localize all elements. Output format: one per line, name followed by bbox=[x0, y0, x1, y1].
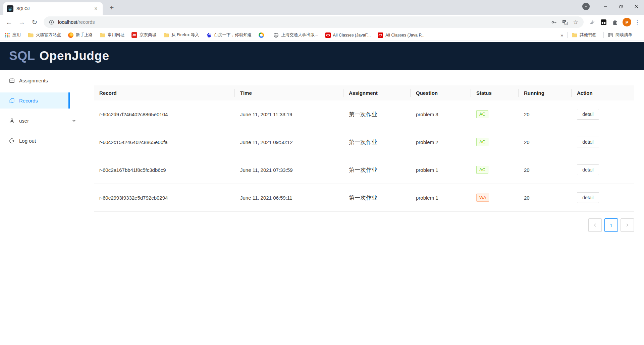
bookmark-label: 常用网址 bbox=[108, 32, 124, 38]
back-icon[interactable]: ← bbox=[3, 16, 15, 28]
column-header-question: Question bbox=[411, 85, 471, 100]
table-row: r-60c2d97f246402c8865e0104June 11, 2021 … bbox=[94, 100, 634, 128]
record-status: AC bbox=[471, 138, 519, 146]
bookmark-label: All Classes (Java P... bbox=[385, 33, 424, 38]
new-tab-button[interactable]: + bbox=[107, 3, 117, 12]
record-running: 20 bbox=[519, 112, 572, 117]
record-assignment: 第一次作业 bbox=[343, 194, 411, 202]
column-header-running: Running bbox=[519, 85, 572, 100]
records-icon bbox=[9, 98, 15, 104]
column-header-time: Time bbox=[235, 85, 343, 100]
record-running: 20 bbox=[519, 167, 572, 173]
tab-close-icon[interactable]: × bbox=[93, 5, 99, 12]
record-question: problem 1 bbox=[411, 167, 471, 173]
globe-icon bbox=[273, 32, 279, 38]
url-text: localhost/records bbox=[58, 19, 546, 25]
bookmark-item[interactable]: JD京东商城 bbox=[131, 31, 156, 39]
divider bbox=[603, 32, 604, 38]
forward-icon[interactable]: → bbox=[16, 16, 28, 28]
bookmark-label: 百度一下，你就知道 bbox=[214, 32, 252, 38]
page-info-icon[interactable] bbox=[49, 20, 54, 25]
bookmark-label: 新手上路 bbox=[76, 32, 93, 38]
colorful-circle-icon bbox=[259, 32, 264, 38]
browser-tab[interactable]: SQLOJ × bbox=[3, 2, 103, 15]
browser-menu-icon[interactable]: ⋮ bbox=[633, 19, 641, 25]
record-question: problem 2 bbox=[411, 139, 471, 145]
chevron-down-icon bbox=[72, 118, 76, 124]
window-close-button[interactable] bbox=[629, 0, 644, 12]
bookmark-item[interactable]: 火狐官方站点 bbox=[28, 31, 61, 39]
chrome-update-icon[interactable] bbox=[582, 3, 590, 10]
record-assignment: 第一次作业 bbox=[343, 166, 411, 174]
record-status: AC bbox=[471, 110, 519, 118]
pagination-page-1[interactable]: 1 bbox=[604, 218, 618, 232]
logo-openjudge: OpenJudge bbox=[40, 49, 109, 63]
record-action: detail bbox=[572, 164, 634, 175]
oracle-icon bbox=[325, 32, 331, 38]
column-header-assignment: Assignment bbox=[343, 85, 411, 100]
bookmark-label: 其他书签 bbox=[580, 32, 596, 38]
bookmark-label: 上海交通大学出版... bbox=[281, 32, 318, 38]
detail-button[interactable]: detail bbox=[577, 164, 599, 175]
window-restore-button[interactable] bbox=[613, 0, 629, 12]
bookmarks-bar: 应用火狐官方站点新手上路常用网址JD京东商城从 Firefox 导入百度一下，你… bbox=[0, 29, 644, 41]
translate-icon[interactable]: G 文 bbox=[562, 19, 568, 25]
bookmark-label: 从 Firefox 导入 bbox=[171, 32, 199, 38]
detail-button[interactable]: detail bbox=[577, 137, 599, 147]
record-question: problem 1 bbox=[411, 195, 471, 201]
table-row: r-60c2a167bb41f8c5fc3db6c9June 11, 2021 … bbox=[94, 156, 634, 184]
svg-text:文: 文 bbox=[565, 22, 567, 24]
bookmark-item[interactable]: 应用 bbox=[5, 31, 21, 39]
bookmark-item[interactable]: All Classes (JavaF... bbox=[325, 31, 371, 39]
bookmark-label: 京东商城 bbox=[140, 32, 156, 38]
detail-button[interactable]: detail bbox=[577, 109, 599, 120]
apps-grid-icon bbox=[5, 32, 10, 38]
pagination-next-button[interactable] bbox=[621, 218, 634, 232]
bookmark-item-reading-list[interactable]: 阅读清单 bbox=[608, 31, 632, 39]
detail-button[interactable]: detail bbox=[577, 192, 599, 203]
bookmark-item[interactable]: 从 Firefox 导入 bbox=[163, 31, 199, 39]
extensions-puzzle-icon[interactable] bbox=[610, 17, 620, 27]
record-status: AC bbox=[471, 166, 519, 174]
bookmark-star-icon[interactable]: ☆ bbox=[573, 19, 578, 26]
record-time: June 11, 2021 11:33:19 bbox=[235, 112, 343, 117]
sidebar-item-user[interactable]: user bbox=[0, 113, 70, 129]
firefox-icon bbox=[68, 32, 73, 38]
window-minimize-button[interactable] bbox=[598, 0, 613, 12]
record-time: June 11, 2021 09:50:12 bbox=[235, 139, 343, 145]
table-row: r-60c2993f9332e5d792cb0294June 11, 2021 … bbox=[94, 184, 634, 212]
reading-list-icon bbox=[608, 32, 613, 38]
sidebar-item-log-out[interactable]: Log out bbox=[0, 133, 70, 149]
tab-strip: SQLOJ × + bbox=[0, 0, 644, 15]
bookmark-item[interactable]: 上海交通大学出版... bbox=[273, 31, 318, 39]
sidebar-item-records[interactable]: Records bbox=[0, 92, 70, 109]
table-header-row: RecordTimeAssignmentQuestionStatusRunnin… bbox=[94, 85, 634, 100]
pagination-prev-button[interactable] bbox=[588, 218, 602, 232]
bookmark-item[interactable]: 新手上路 bbox=[68, 31, 93, 39]
profile-avatar[interactable]: P bbox=[623, 18, 631, 26]
bookmarks-overflow-icon[interactable]: » bbox=[560, 32, 563, 38]
key-icon[interactable] bbox=[551, 19, 557, 25]
reload-icon[interactable]: ↻ bbox=[29, 16, 40, 28]
table-row: r-60c2c154246402c8865e00faJune 11, 2021 … bbox=[94, 128, 634, 156]
extension-bird-icon[interactable] bbox=[587, 17, 597, 27]
app-logo: SQLOpenJudge bbox=[9, 49, 109, 63]
react-favicon-icon bbox=[7, 5, 13, 12]
bookmark-item[interactable]: 常用网址 bbox=[100, 31, 124, 39]
oracle-icon bbox=[378, 32, 383, 38]
bookmark-item[interactable]: All Classes (Java P... bbox=[378, 31, 424, 39]
record-action: detail bbox=[572, 137, 634, 147]
bookmark-item[interactable]: 百度一下，你就知道 bbox=[206, 31, 252, 39]
table-body: r-60c2d97f246402c8865e0104June 11, 2021 … bbox=[94, 100, 634, 212]
sidebar-item-assignments[interactable]: Assignments bbox=[0, 72, 70, 88]
bookmark-item[interactable] bbox=[259, 31, 266, 39]
extension-dark-icon[interactable] bbox=[598, 17, 608, 27]
status-badge: AC bbox=[476, 138, 488, 146]
browser-chrome: SQLOJ × + ← → ↻ bbox=[0, 0, 644, 41]
record-action: detail bbox=[572, 109, 634, 120]
column-header-status: Status bbox=[471, 85, 519, 100]
user-icon bbox=[9, 118, 15, 124]
address-bar[interactable]: localhost/records G 文 ☆ bbox=[44, 16, 584, 28]
bookmark-item-other-bookmarks[interactable]: 其他书签 bbox=[572, 31, 596, 39]
sidebar-item-label: Records bbox=[19, 98, 38, 104]
